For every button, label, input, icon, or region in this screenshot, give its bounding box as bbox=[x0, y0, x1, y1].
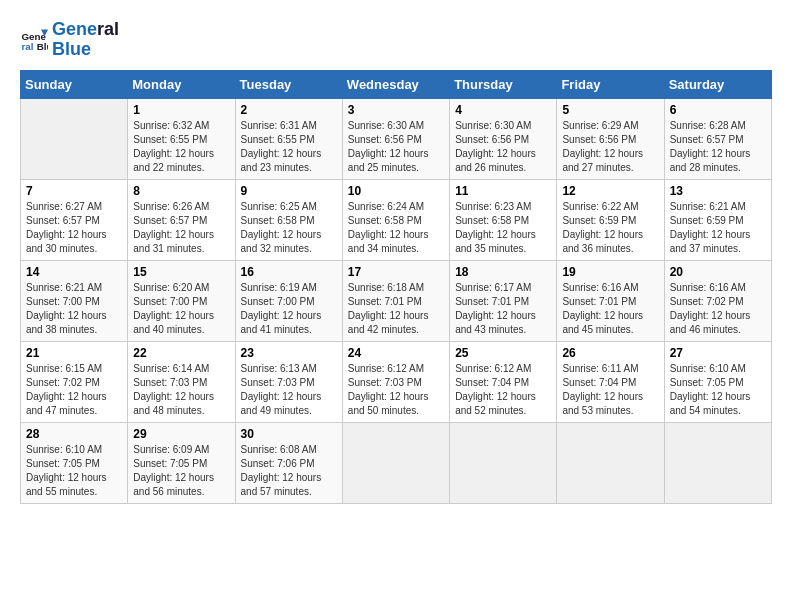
day-number: 29 bbox=[133, 427, 229, 441]
calendar-week-5: 28Sunrise: 6:10 AMSunset: 7:05 PMDayligh… bbox=[21, 422, 772, 503]
calendar-cell: 19Sunrise: 6:16 AMSunset: 7:01 PMDayligh… bbox=[557, 260, 664, 341]
weekday-header-wednesday: Wednesday bbox=[342, 70, 449, 98]
calendar-cell: 24Sunrise: 6:12 AMSunset: 7:03 PMDayligh… bbox=[342, 341, 449, 422]
calendar-week-2: 7Sunrise: 6:27 AMSunset: 6:57 PMDaylight… bbox=[21, 179, 772, 260]
calendar-cell: 16Sunrise: 6:19 AMSunset: 7:00 PMDayligh… bbox=[235, 260, 342, 341]
calendar-cell: 10Sunrise: 6:24 AMSunset: 6:58 PMDayligh… bbox=[342, 179, 449, 260]
day-number: 26 bbox=[562, 346, 658, 360]
calendar-cell: 22Sunrise: 6:14 AMSunset: 7:03 PMDayligh… bbox=[128, 341, 235, 422]
calendar-cell: 18Sunrise: 6:17 AMSunset: 7:01 PMDayligh… bbox=[450, 260, 557, 341]
day-info: Sunrise: 6:31 AMSunset: 6:55 PMDaylight:… bbox=[241, 119, 337, 175]
weekday-header-friday: Friday bbox=[557, 70, 664, 98]
day-number: 9 bbox=[241, 184, 337, 198]
day-info: Sunrise: 6:11 AMSunset: 7:04 PMDaylight:… bbox=[562, 362, 658, 418]
day-number: 2 bbox=[241, 103, 337, 117]
calendar-cell bbox=[450, 422, 557, 503]
day-number: 13 bbox=[670, 184, 766, 198]
calendar-cell: 5Sunrise: 6:29 AMSunset: 6:56 PMDaylight… bbox=[557, 98, 664, 179]
day-number: 6 bbox=[670, 103, 766, 117]
day-info: Sunrise: 6:19 AMSunset: 7:00 PMDaylight:… bbox=[241, 281, 337, 337]
day-number: 8 bbox=[133, 184, 229, 198]
day-info: Sunrise: 6:27 AMSunset: 6:57 PMDaylight:… bbox=[26, 200, 122, 256]
logo-name: GeneralBlue bbox=[52, 20, 119, 60]
calendar-cell: 6Sunrise: 6:28 AMSunset: 6:57 PMDaylight… bbox=[664, 98, 771, 179]
day-info: Sunrise: 6:16 AMSunset: 7:02 PMDaylight:… bbox=[670, 281, 766, 337]
day-info: Sunrise: 6:16 AMSunset: 7:01 PMDaylight:… bbox=[562, 281, 658, 337]
day-info: Sunrise: 6:30 AMSunset: 6:56 PMDaylight:… bbox=[455, 119, 551, 175]
day-number: 17 bbox=[348, 265, 444, 279]
day-info: Sunrise: 6:25 AMSunset: 6:58 PMDaylight:… bbox=[241, 200, 337, 256]
day-info: Sunrise: 6:10 AMSunset: 7:05 PMDaylight:… bbox=[670, 362, 766, 418]
day-number: 25 bbox=[455, 346, 551, 360]
svg-text:ral: ral bbox=[21, 41, 33, 52]
day-number: 20 bbox=[670, 265, 766, 279]
day-number: 16 bbox=[241, 265, 337, 279]
day-info: Sunrise: 6:29 AMSunset: 6:56 PMDaylight:… bbox=[562, 119, 658, 175]
day-number: 5 bbox=[562, 103, 658, 117]
day-number: 14 bbox=[26, 265, 122, 279]
day-number: 1 bbox=[133, 103, 229, 117]
day-number: 12 bbox=[562, 184, 658, 198]
calendar-cell: 27Sunrise: 6:10 AMSunset: 7:05 PMDayligh… bbox=[664, 341, 771, 422]
calendar-cell: 3Sunrise: 6:30 AMSunset: 6:56 PMDaylight… bbox=[342, 98, 449, 179]
calendar-week-3: 14Sunrise: 6:21 AMSunset: 7:00 PMDayligh… bbox=[21, 260, 772, 341]
day-info: Sunrise: 6:22 AMSunset: 6:59 PMDaylight:… bbox=[562, 200, 658, 256]
day-number: 10 bbox=[348, 184, 444, 198]
day-number: 21 bbox=[26, 346, 122, 360]
day-number: 4 bbox=[455, 103, 551, 117]
day-info: Sunrise: 6:18 AMSunset: 7:01 PMDaylight:… bbox=[348, 281, 444, 337]
calendar-cell: 20Sunrise: 6:16 AMSunset: 7:02 PMDayligh… bbox=[664, 260, 771, 341]
day-number: 18 bbox=[455, 265, 551, 279]
calendar-cell: 29Sunrise: 6:09 AMSunset: 7:05 PMDayligh… bbox=[128, 422, 235, 503]
calendar-cell: 9Sunrise: 6:25 AMSunset: 6:58 PMDaylight… bbox=[235, 179, 342, 260]
day-number: 27 bbox=[670, 346, 766, 360]
calendar-cell: 1Sunrise: 6:32 AMSunset: 6:55 PMDaylight… bbox=[128, 98, 235, 179]
day-info: Sunrise: 6:23 AMSunset: 6:58 PMDaylight:… bbox=[455, 200, 551, 256]
day-info: Sunrise: 6:28 AMSunset: 6:57 PMDaylight:… bbox=[670, 119, 766, 175]
calendar-cell: 15Sunrise: 6:20 AMSunset: 7:00 PMDayligh… bbox=[128, 260, 235, 341]
day-info: Sunrise: 6:21 AMSunset: 7:00 PMDaylight:… bbox=[26, 281, 122, 337]
calendar-cell: 11Sunrise: 6:23 AMSunset: 6:58 PMDayligh… bbox=[450, 179, 557, 260]
day-number: 11 bbox=[455, 184, 551, 198]
day-info: Sunrise: 6:30 AMSunset: 6:56 PMDaylight:… bbox=[348, 119, 444, 175]
day-number: 19 bbox=[562, 265, 658, 279]
calendar-cell: 25Sunrise: 6:12 AMSunset: 7:04 PMDayligh… bbox=[450, 341, 557, 422]
weekday-header-tuesday: Tuesday bbox=[235, 70, 342, 98]
calendar-cell: 14Sunrise: 6:21 AMSunset: 7:00 PMDayligh… bbox=[21, 260, 128, 341]
day-info: Sunrise: 6:12 AMSunset: 7:04 PMDaylight:… bbox=[455, 362, 551, 418]
day-number: 23 bbox=[241, 346, 337, 360]
calendar-cell: 26Sunrise: 6:11 AMSunset: 7:04 PMDayligh… bbox=[557, 341, 664, 422]
calendar-cell: 12Sunrise: 6:22 AMSunset: 6:59 PMDayligh… bbox=[557, 179, 664, 260]
day-info: Sunrise: 6:08 AMSunset: 7:06 PMDaylight:… bbox=[241, 443, 337, 499]
day-info: Sunrise: 6:12 AMSunset: 7:03 PMDaylight:… bbox=[348, 362, 444, 418]
weekday-header-sunday: Sunday bbox=[21, 70, 128, 98]
day-info: Sunrise: 6:26 AMSunset: 6:57 PMDaylight:… bbox=[133, 200, 229, 256]
calendar-cell: 4Sunrise: 6:30 AMSunset: 6:56 PMDaylight… bbox=[450, 98, 557, 179]
calendar-cell: 7Sunrise: 6:27 AMSunset: 6:57 PMDaylight… bbox=[21, 179, 128, 260]
calendar-cell: 28Sunrise: 6:10 AMSunset: 7:05 PMDayligh… bbox=[21, 422, 128, 503]
calendar-week-1: 1Sunrise: 6:32 AMSunset: 6:55 PMDaylight… bbox=[21, 98, 772, 179]
day-info: Sunrise: 6:24 AMSunset: 6:58 PMDaylight:… bbox=[348, 200, 444, 256]
day-info: Sunrise: 6:10 AMSunset: 7:05 PMDaylight:… bbox=[26, 443, 122, 499]
day-number: 24 bbox=[348, 346, 444, 360]
logo: Gene ral Blue GeneralBlue bbox=[20, 20, 119, 60]
calendar-cell bbox=[664, 422, 771, 503]
day-number: 28 bbox=[26, 427, 122, 441]
day-info: Sunrise: 6:32 AMSunset: 6:55 PMDaylight:… bbox=[133, 119, 229, 175]
day-info: Sunrise: 6:13 AMSunset: 7:03 PMDaylight:… bbox=[241, 362, 337, 418]
svg-text:Blue: Blue bbox=[37, 41, 48, 52]
day-number: 30 bbox=[241, 427, 337, 441]
calendar-cell: 13Sunrise: 6:21 AMSunset: 6:59 PMDayligh… bbox=[664, 179, 771, 260]
page-header: Gene ral Blue GeneralBlue bbox=[20, 20, 772, 60]
day-info: Sunrise: 6:09 AMSunset: 7:05 PMDaylight:… bbox=[133, 443, 229, 499]
day-number: 7 bbox=[26, 184, 122, 198]
calendar-cell: 8Sunrise: 6:26 AMSunset: 6:57 PMDaylight… bbox=[128, 179, 235, 260]
day-info: Sunrise: 6:15 AMSunset: 7:02 PMDaylight:… bbox=[26, 362, 122, 418]
day-info: Sunrise: 6:17 AMSunset: 7:01 PMDaylight:… bbox=[455, 281, 551, 337]
weekday-header-saturday: Saturday bbox=[664, 70, 771, 98]
calendar-cell: 23Sunrise: 6:13 AMSunset: 7:03 PMDayligh… bbox=[235, 341, 342, 422]
day-number: 22 bbox=[133, 346, 229, 360]
day-info: Sunrise: 6:14 AMSunset: 7:03 PMDaylight:… bbox=[133, 362, 229, 418]
calendar-week-4: 21Sunrise: 6:15 AMSunset: 7:02 PMDayligh… bbox=[21, 341, 772, 422]
weekday-header-thursday: Thursday bbox=[450, 70, 557, 98]
